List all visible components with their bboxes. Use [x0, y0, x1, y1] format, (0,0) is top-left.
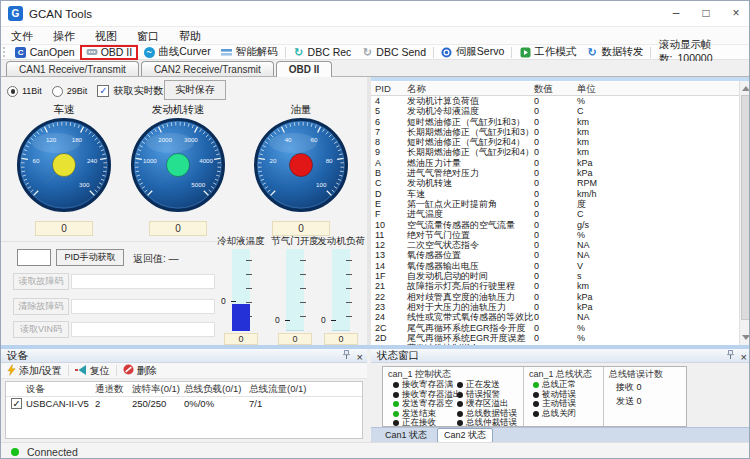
bar-track: 0 [232, 249, 250, 331]
dtc-field-0[interactable] [71, 274, 215, 289]
cell: 车速 [407, 189, 425, 199]
column-header[interactable]: 数值 [534, 83, 553, 96]
tab-can2-status[interactable]: Can2 状态 [437, 428, 493, 443]
column-header[interactable]: 设备 [26, 383, 45, 396]
minimize-button[interactable]: – [661, 1, 691, 27]
cell: 长期期燃油修正（气缸列2和4） [407, 147, 534, 157]
toolbar-button-decode[interactable]: 智能解码 [216, 45, 283, 60]
cell: 第一缸点火正时提前角 [407, 199, 497, 209]
scrollbar-thumb[interactable] [741, 95, 750, 320]
table-row[interactable]: 4发动机计算负荷值0% [371, 96, 739, 106]
toolbar-button-servo[interactable]: 伺服Servo [436, 45, 509, 60]
menu-item-window[interactable]: 窗口 [127, 27, 169, 45]
table-row[interactable]: 13氧传感器位置0NA [371, 250, 739, 260]
divider [1, 241, 219, 242]
table-row[interactable]: C发动机转速0RPM [371, 178, 739, 188]
table-row[interactable]: B进气气管绝对压力0kPa [371, 168, 739, 178]
table-row[interactable]: 10空气流量传感器的空气流量0g/s [371, 220, 739, 230]
dtc-button-2[interactable]: 读取VIN码 [13, 321, 69, 338]
svg-text:300: 300 [79, 181, 90, 188]
toolbar-grip-icon [3, 47, 7, 57]
svg-text:60: 60 [32, 157, 39, 164]
table-row[interactable]: 2C尾气再循环系统EGR指令开度0% [371, 323, 739, 333]
device-row[interactable]: ✓USBCAN-II-V52250/2500%/0%7/1 [6, 397, 362, 411]
column-header[interactable]: 波特率(0/1) [132, 383, 180, 396]
obd-panel: 11Bit 29Bit ✓ 获取实时数据 实时保存 车速601201802403… [1, 77, 367, 345]
dtc-button-1[interactable]: 清除故障码 [13, 298, 69, 315]
table-row[interactable]: 2D尾气再循环系统EGR开度误差0% [371, 333, 739, 343]
toolbar-button-curver[interactable]: ~曲线Curver [138, 45, 216, 60]
toolbar-button-forward[interactable]: ↻数据转发 [581, 45, 648, 60]
column-header[interactable]: 总线流量(0/1) [249, 383, 307, 396]
table-row[interactable]: 7长期期燃油修正（气缸列1和3）0km [371, 127, 739, 137]
tab-obd2[interactable]: OBD II [276, 61, 333, 77]
menu-item-file[interactable]: 文件 [1, 27, 43, 45]
realtime-checkbox[interactable]: ✓ [97, 85, 109, 97]
table-row[interactable]: 14氧传感器输出电压0V [371, 261, 739, 271]
realtime-save-button[interactable]: 实时保存 [164, 80, 226, 100]
table-row[interactable]: 24线性或宽带式氧传感器的等效比0NA [371, 312, 739, 322]
table-row[interactable]: 23相对于大压力的油轨压力0kPa [371, 302, 739, 312]
bar-track: 0 [332, 249, 350, 331]
toolbar-button-label: 数据转发 [601, 45, 643, 59]
close-button[interactable]: × [721, 1, 750, 27]
device-toolbar-delete[interactable]: 删除 [117, 363, 163, 379]
column-header[interactable]: PID [375, 83, 391, 94]
table-row[interactable]: 8短时燃油修正（气缸列2和4）0km [371, 137, 739, 147]
radio-29bit[interactable] [52, 86, 63, 97]
dtc-field-2[interactable] [71, 322, 215, 337]
close-icon[interactable]: × [357, 351, 363, 363]
menu-item-view[interactable]: 视图 [85, 27, 127, 45]
radio-11bit[interactable] [7, 86, 18, 97]
device-toolbar-reset[interactable]: 复位 [69, 363, 116, 379]
maximize-button[interactable]: □ [691, 1, 721, 27]
menu-item-help[interactable]: 帮助 [169, 27, 211, 45]
cell: 二次空气状态指令 [407, 240, 479, 250]
column-header[interactable]: 名称 [407, 83, 426, 96]
tab-can1-status[interactable]: Can1 状态 [379, 429, 433, 442]
column-header[interactable]: 总线负载(0/1) [184, 383, 242, 396]
table-row[interactable]: D车速0km/h [371, 189, 739, 199]
toolbar-button-dbc-send[interactable]: ↻DBC Send [356, 45, 431, 60]
column-header[interactable]: 通道数 [95, 383, 124, 396]
close-icon[interactable]: × [741, 351, 747, 363]
table-row[interactable]: 11绝对节气门位置0% [371, 230, 739, 240]
bar-tick [300, 316, 306, 317]
scroll-up-icon[interactable] [742, 86, 750, 91]
pid-manual-input[interactable] [17, 249, 51, 266]
table-row[interactable]: 21故障指示灯亮后的行驶里程0km [371, 281, 739, 291]
cell: 0 [534, 220, 539, 230]
device-checkbox[interactable]: ✓ [11, 398, 22, 409]
column-header[interactable]: 单位 [577, 83, 596, 96]
dtc-button-0[interactable]: 读取故障码 [13, 273, 69, 290]
dtc-field-1[interactable] [71, 299, 215, 314]
pid-manual-get-button[interactable]: PID手动获取 [56, 249, 124, 266]
table-row[interactable]: 22相对歧管真空度的油轨压力0kPa [371, 292, 739, 302]
table-row[interactable]: 5发动机冷却液温度0C [371, 106, 739, 116]
toolbar-button-workmode[interactable]: 工作模式 [514, 45, 581, 60]
table-row[interactable]: 12二次空气状态指令0NA [371, 240, 739, 250]
toolbar-button-canopen[interactable]: CCanOpen [10, 45, 80, 60]
cell: 24 [375, 312, 385, 322]
scroll-down-icon[interactable] [742, 335, 750, 340]
table-row[interactable]: 6短时燃油修正（气缸列1和3）0km [371, 117, 739, 127]
pin-icon[interactable] [342, 350, 351, 363]
table-row[interactable]: 9长期期燃油修正（气缸列2和4）0km [371, 147, 739, 157]
pin-icon[interactable] [726, 350, 735, 363]
svg-text:80: 80 [326, 157, 333, 164]
toolbar-button-obd2[interactable]: OBD II [80, 45, 139, 60]
table-scrollbar[interactable] [739, 81, 750, 345]
menu-item-operation[interactable]: 操作 [43, 27, 85, 45]
bar-tick [300, 288, 306, 289]
device-toolbar-add-setup[interactable]: 添加/设置 [1, 363, 68, 379]
toolbar-separator [511, 47, 512, 58]
table-row[interactable]: E第一缸点火正时提前角0度 [371, 199, 739, 209]
table-row[interactable]: 1F自发动机启动的时间0s [371, 271, 739, 281]
tab-can1[interactable]: CAN1 Receive/Transmit [6, 61, 139, 76]
table-row[interactable]: F进气温度0C [371, 209, 739, 219]
device-panel-header: 设备 × [1, 349, 367, 363]
tab-can2[interactable]: CAN2 Receive/Transmit [141, 61, 274, 76]
toolbar-button-dbc-rec[interactable]: ↻DBC Rec [288, 45, 357, 60]
cell: km [577, 137, 589, 147]
table-row[interactable]: A燃油压力计量0kPa [371, 158, 739, 168]
